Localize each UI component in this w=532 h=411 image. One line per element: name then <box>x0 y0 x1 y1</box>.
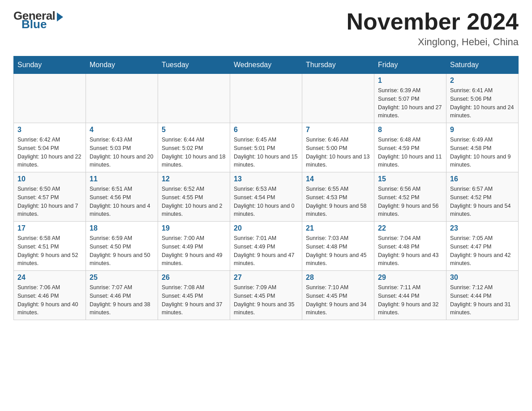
calendar-subtitle: Xinglong, Hebei, China <box>347 36 519 48</box>
calendar-cell: 5Sunrise: 6:44 AMSunset: 5:02 PMDaylight… <box>158 123 230 172</box>
day-info: Sunrise: 7:11 AMSunset: 4:44 PMDaylight:… <box>378 283 442 317</box>
day-info: Sunrise: 6:49 AMSunset: 4:58 PMDaylight:… <box>450 136 515 169</box>
day-info: Sunrise: 6:44 AMSunset: 5:02 PMDaylight:… <box>162 136 226 169</box>
day-info: Sunrise: 7:05 AMSunset: 4:47 PMDaylight:… <box>450 234 515 268</box>
calendar-cell: 13Sunrise: 6:53 AMSunset: 4:54 PMDayligh… <box>230 172 302 222</box>
calendar-cell: 30Sunrise: 7:12 AMSunset: 4:44 PMDayligh… <box>446 271 519 320</box>
day-number: 8 <box>378 126 442 134</box>
calendar-cell: 3Sunrise: 6:42 AMSunset: 5:04 PMDaylight… <box>14 123 86 172</box>
day-info: Sunrise: 6:58 AMSunset: 4:51 PMDaylight:… <box>17 234 82 268</box>
day-number: 15 <box>378 175 442 183</box>
day-info: Sunrise: 6:53 AMSunset: 4:54 PMDaylight:… <box>234 185 298 218</box>
day-number: 12 <box>162 175 226 183</box>
day-info: Sunrise: 6:46 AMSunset: 5:00 PMDaylight:… <box>306 136 370 169</box>
calendar-week-row: 17Sunrise: 6:58 AMSunset: 4:51 PMDayligh… <box>14 222 519 271</box>
day-info: Sunrise: 7:12 AMSunset: 4:44 PMDaylight:… <box>450 283 515 317</box>
calendar-cell <box>86 74 158 123</box>
page-header: General Blue November 2024 Xinglong, Heb… <box>13 9 519 48</box>
day-info: Sunrise: 7:10 AMSunset: 4:45 PMDaylight:… <box>306 283 370 317</box>
calendar-cell: 27Sunrise: 7:09 AMSunset: 4:45 PMDayligh… <box>230 271 302 320</box>
day-info: Sunrise: 6:41 AMSunset: 5:06 PMDaylight:… <box>450 86 515 120</box>
logo-arrow-icon <box>57 13 63 21</box>
day-number: 19 <box>162 224 226 232</box>
calendar-cell: 10Sunrise: 6:50 AMSunset: 4:57 PMDayligh… <box>14 172 86 222</box>
logo-blue-text: Blue <box>21 17 47 31</box>
day-info: Sunrise: 7:07 AMSunset: 4:46 PMDaylight:… <box>90 283 154 317</box>
calendar-cell: 18Sunrise: 6:59 AMSunset: 4:50 PMDayligh… <box>86 222 158 271</box>
calendar-cell: 21Sunrise: 7:03 AMSunset: 4:48 PMDayligh… <box>302 222 374 271</box>
day-info: Sunrise: 7:00 AMSunset: 4:49 PMDaylight:… <box>162 234 226 268</box>
day-number: 14 <box>306 175 370 183</box>
calendar-cell: 26Sunrise: 7:08 AMSunset: 4:45 PMDayligh… <box>158 271 230 320</box>
calendar-cell: 16Sunrise: 6:57 AMSunset: 4:52 PMDayligh… <box>446 172 519 222</box>
calendar-cell <box>230 74 302 123</box>
day-info: Sunrise: 7:01 AMSunset: 4:49 PMDaylight:… <box>234 234 298 268</box>
day-number: 20 <box>234 224 298 232</box>
day-number: 27 <box>234 274 298 282</box>
logo: General Blue <box>13 9 63 31</box>
calendar-cell: 19Sunrise: 7:00 AMSunset: 4:49 PMDayligh… <box>158 222 230 271</box>
day-number: 28 <box>306 274 370 282</box>
calendar-cell: 22Sunrise: 7:04 AMSunset: 4:48 PMDayligh… <box>374 222 446 271</box>
day-number: 9 <box>450 126 515 134</box>
calendar-cell: 2Sunrise: 6:41 AMSunset: 5:06 PMDaylight… <box>446 74 519 123</box>
calendar-cell: 15Sunrise: 6:56 AMSunset: 4:52 PMDayligh… <box>374 172 446 222</box>
calendar-cell: 23Sunrise: 7:05 AMSunset: 4:47 PMDayligh… <box>446 222 519 271</box>
weekday-header-friday: Friday <box>374 56 446 74</box>
day-number: 25 <box>90 274 154 282</box>
calendar-cell: 6Sunrise: 6:45 AMSunset: 5:01 PMDaylight… <box>230 123 302 172</box>
calendar-cell: 12Sunrise: 6:52 AMSunset: 4:55 PMDayligh… <box>158 172 230 222</box>
day-number: 11 <box>90 175 154 183</box>
day-info: Sunrise: 6:45 AMSunset: 5:01 PMDaylight:… <box>234 136 298 169</box>
weekday-header-wednesday: Wednesday <box>230 56 302 74</box>
day-number: 21 <box>306 224 370 232</box>
title-block: November 2024 Xinglong, Hebei, China <box>347 9 519 48</box>
weekday-header-thursday: Thursday <box>302 56 374 74</box>
day-number: 5 <box>162 126 226 134</box>
day-number: 30 <box>450 274 515 282</box>
weekday-header-row: SundayMondayTuesdayWednesdayThursdayFrid… <box>14 56 519 74</box>
calendar-cell: 14Sunrise: 6:55 AMSunset: 4:53 PMDayligh… <box>302 172 374 222</box>
weekday-header-tuesday: Tuesday <box>158 56 230 74</box>
day-number: 7 <box>306 126 370 134</box>
calendar-cell: 24Sunrise: 7:06 AMSunset: 4:46 PMDayligh… <box>14 271 86 320</box>
day-info: Sunrise: 6:42 AMSunset: 5:04 PMDaylight:… <box>17 136 82 169</box>
day-number: 26 <box>162 274 226 282</box>
calendar-cell: 17Sunrise: 6:58 AMSunset: 4:51 PMDayligh… <box>14 222 86 271</box>
day-number: 16 <box>450 175 515 183</box>
day-info: Sunrise: 6:57 AMSunset: 4:52 PMDaylight:… <box>450 185 515 218</box>
day-info: Sunrise: 7:09 AMSunset: 4:45 PMDaylight:… <box>234 283 298 317</box>
weekday-header-monday: Monday <box>86 56 158 74</box>
day-info: Sunrise: 7:04 AMSunset: 4:48 PMDaylight:… <box>378 234 442 268</box>
calendar-cell: 28Sunrise: 7:10 AMSunset: 4:45 PMDayligh… <box>302 271 374 320</box>
calendar-cell <box>158 74 230 123</box>
calendar-cell: 29Sunrise: 7:11 AMSunset: 4:44 PMDayligh… <box>374 271 446 320</box>
calendar-cell: 11Sunrise: 6:51 AMSunset: 4:56 PMDayligh… <box>86 172 158 222</box>
day-info: Sunrise: 6:43 AMSunset: 5:03 PMDaylight:… <box>90 136 154 169</box>
day-number: 10 <box>17 175 82 183</box>
calendar-week-row: 3Sunrise: 6:42 AMSunset: 5:04 PMDaylight… <box>14 123 519 172</box>
calendar-week-row: 10Sunrise: 6:50 AMSunset: 4:57 PMDayligh… <box>14 172 519 222</box>
day-number: 6 <box>234 126 298 134</box>
day-info: Sunrise: 6:50 AMSunset: 4:57 PMDaylight:… <box>17 185 82 218</box>
day-info: Sunrise: 6:51 AMSunset: 4:56 PMDaylight:… <box>90 185 154 218</box>
calendar-cell: 9Sunrise: 6:49 AMSunset: 4:58 PMDaylight… <box>446 123 519 172</box>
day-number: 24 <box>17 274 82 282</box>
day-number: 13 <box>234 175 298 183</box>
weekday-header-saturday: Saturday <box>446 56 519 74</box>
day-info: Sunrise: 6:39 AMSunset: 5:07 PMDaylight:… <box>378 86 442 120</box>
weekday-header-sunday: Sunday <box>14 56 86 74</box>
calendar-cell: 25Sunrise: 7:07 AMSunset: 4:46 PMDayligh… <box>86 271 158 320</box>
day-info: Sunrise: 6:48 AMSunset: 4:59 PMDaylight:… <box>378 136 442 169</box>
day-info: Sunrise: 7:08 AMSunset: 4:45 PMDaylight:… <box>162 283 226 317</box>
calendar-cell: 20Sunrise: 7:01 AMSunset: 4:49 PMDayligh… <box>230 222 302 271</box>
calendar-week-row: 24Sunrise: 7:06 AMSunset: 4:46 PMDayligh… <box>14 271 519 320</box>
day-info: Sunrise: 6:55 AMSunset: 4:53 PMDaylight:… <box>306 185 370 218</box>
calendar-cell <box>14 74 86 123</box>
calendar-cell: 7Sunrise: 6:46 AMSunset: 5:00 PMDaylight… <box>302 123 374 172</box>
day-info: Sunrise: 6:56 AMSunset: 4:52 PMDaylight:… <box>378 185 442 218</box>
day-number: 3 <box>17 126 82 134</box>
calendar-cell: 1Sunrise: 6:39 AMSunset: 5:07 PMDaylight… <box>374 74 446 123</box>
day-number: 17 <box>17 224 82 232</box>
day-number: 23 <box>450 224 515 232</box>
